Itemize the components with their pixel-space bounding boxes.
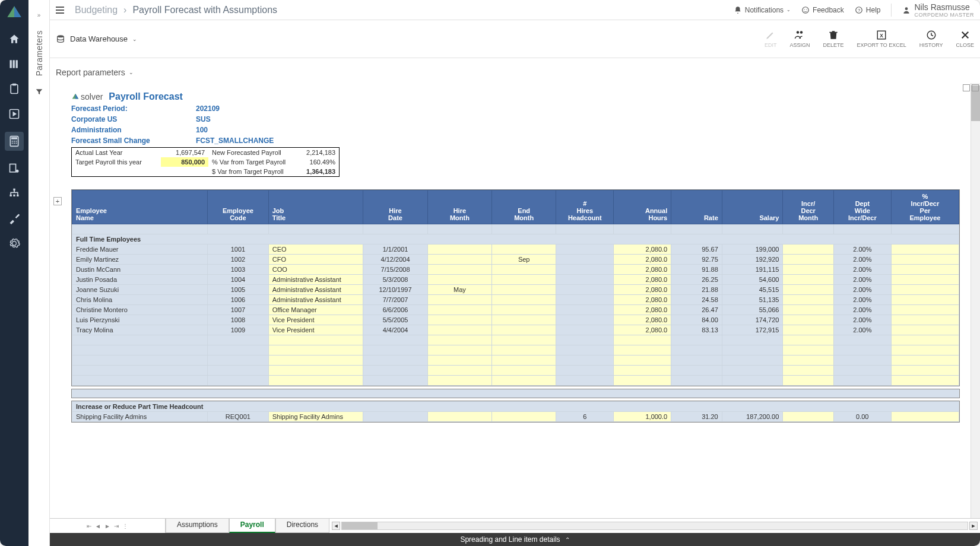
bottom-area: ⇤ ◄ ► ⇥ ⋮ AssumptionsPayrollDirections ◄… [50,518,980,546]
svg-text:X: X [880,33,883,39]
svg-rect-17 [10,164,16,172]
excel-icon: X [876,30,887,40]
chevron-down-icon: ⌄ [786,7,791,12]
table-row[interactable] [72,335,959,345]
scroll-right-button[interactable]: ► [969,522,978,530]
feedback-link[interactable]: Feedback [801,6,844,14]
svg-marker-35 [75,94,78,99]
table-row[interactable] [72,355,959,366]
delete-button[interactable]: DELETE [823,30,843,48]
svg-text:?: ? [858,7,860,12]
table-row[interactable]: Tracy Molina 1009 Vice President 4/4/200… [72,325,959,335]
svg-point-25 [806,9,807,9]
tab-payroll[interactable]: Payroll [229,519,275,533]
scroll-left-button[interactable]: ◄ [332,522,340,530]
report-parameters-toggle[interactable]: Report parameters ⌄ [50,58,980,83]
table-row[interactable]: Christine Montero 1007 Office Manager 6/… [72,305,959,315]
vertical-scrollbar[interactable] [971,83,980,518]
user-menu[interactable]: Nils Rasmusse CORPDEMO MASTER [902,2,974,18]
table-row[interactable]: Luis Pierzynski 1008 Vice President 5/5/… [72,315,959,325]
column-header[interactable]: Rate [671,191,722,224]
assign-icon [794,30,805,40]
layout-icon[interactable] [972,84,979,91]
datasource-dropdown[interactable]: Data Warehouse ⌄ [56,34,137,44]
table-row[interactable]: Shipping Facility Admins REQ001 Shipping… [72,412,959,422]
notifications-menu[interactable]: Notifications ⌄ [734,6,791,14]
table-row[interactable]: Freddie Mauer 1001 CEO 1/1/2001 2,080.0 … [72,245,959,255]
svg-point-18 [16,170,19,173]
parttime-grid: Increase or Reduce Part Time Headcount S… [71,401,960,423]
svg-point-31 [800,31,803,34]
svg-rect-19 [13,189,15,191]
breadcrumb-root[interactable]: Budgeting [75,5,118,15]
calculator-icon[interactable] [5,132,24,151]
svg-point-23 [803,7,809,13]
column-header[interactable]: EmployeeName [72,191,208,224]
grid-spacer [71,389,960,398]
report-scroller[interactable]: solver Payroll Forecast Forecast Period:… [50,83,971,518]
person-doc-icon[interactable] [7,161,21,176]
column-header[interactable]: #HiresHeadcount [556,191,614,224]
sheet-last-icon[interactable]: ⇥ [114,523,119,529]
user-icon [902,6,911,14]
parameters-label: Parameters [34,30,44,76]
svg-point-11 [12,141,13,142]
sheet-first-icon[interactable]: ⇤ [87,523,91,529]
divider [891,4,892,17]
meta-label: Forecast Small Change [71,136,196,145]
history-button[interactable]: HISTORY [919,30,943,48]
table-row[interactable]: Chris Molina 1006 Administrative Assista… [72,295,959,305]
library-icon[interactable] [7,57,21,71]
play-icon[interactable] [7,107,21,121]
tab-directions[interactable]: Directions [275,519,329,533]
section-header-row: Full Time Employees [72,234,959,245]
column-header[interactable]: HireMonth [427,191,491,224]
column-header[interactable]: EmployeeCode [208,191,269,224]
collapse-rail-icon[interactable]: » [37,12,41,18]
table-row[interactable] [72,366,959,376]
top-bar: Budgeting › Payroll Forecast with Assump… [50,0,980,20]
hamburger-icon[interactable] [56,7,64,14]
table-row[interactable] [72,376,959,386]
sheet-next-icon[interactable]: ► [104,523,110,529]
clipboard-icon[interactable] [7,82,21,96]
spreading-panel-toggle[interactable]: Spreading and Line item details ⌃ [50,533,980,546]
home-icon[interactable] [7,32,21,46]
column-header[interactable]: Salary [722,191,783,224]
column-header[interactable]: JobTitle [268,191,363,224]
smiley-icon [801,6,810,14]
close-button[interactable]: CLOSE [956,30,974,48]
grid-header-row: EmployeeNameEmployeeCodeJobTitleHireDate… [72,191,959,224]
column-header[interactable]: Incr/DecrMonth [783,191,834,224]
tab-assumptions[interactable]: Assumptions [166,519,229,533]
table-row[interactable]: Emily Martinez 1002 CFO 4/12/2004 Sep 2,… [72,255,959,265]
column-header[interactable]: %Incr/DecrPerEmployee [891,191,959,224]
table-row[interactable]: Justin Posada 1004 Administrative Assist… [72,275,959,285]
sheet-nav-buttons: ⇤ ◄ ► ⇥ ⋮ [50,519,166,533]
table-row[interactable]: Dustin McCann 1003 COO 7/15/2008 2,080.0… [72,265,959,275]
pencil-icon [765,30,776,40]
table-row[interactable] [72,345,959,355]
column-header[interactable]: HireDate [363,191,427,224]
meta-value: 100 [196,126,208,134]
edit-button: EDIT [765,30,777,48]
assign-button[interactable]: ASSIGN [789,30,810,48]
chevron-down-icon: ⌄ [132,36,137,42]
help-link[interactable]: ? Help [855,6,881,14]
table-row[interactable]: Joanne Suzuki 1005 Administrative Assist… [72,285,959,295]
meta-value: 202109 [196,104,220,113]
tools-icon[interactable] [7,211,21,226]
sheet-prev-icon[interactable]: ◄ [95,523,101,529]
svg-rect-5 [11,85,18,94]
column-header[interactable]: AnnualHours [614,191,671,224]
history-icon [926,30,937,40]
export-excel-button[interactable]: X EXPORT TO EXCEL [857,30,906,48]
column-header[interactable]: DeptWideIncr/Decr [833,191,891,224]
meta-label: Administration [71,126,196,134]
horizontal-scrollbar[interactable]: ◄ ► [329,519,980,533]
hierarchy-icon[interactable] [7,186,21,201]
svg-point-24 [804,9,805,9]
settings-icon[interactable] [7,236,21,250]
column-header[interactable]: EndMonth [492,191,556,224]
filter-icon[interactable] [35,88,43,96]
